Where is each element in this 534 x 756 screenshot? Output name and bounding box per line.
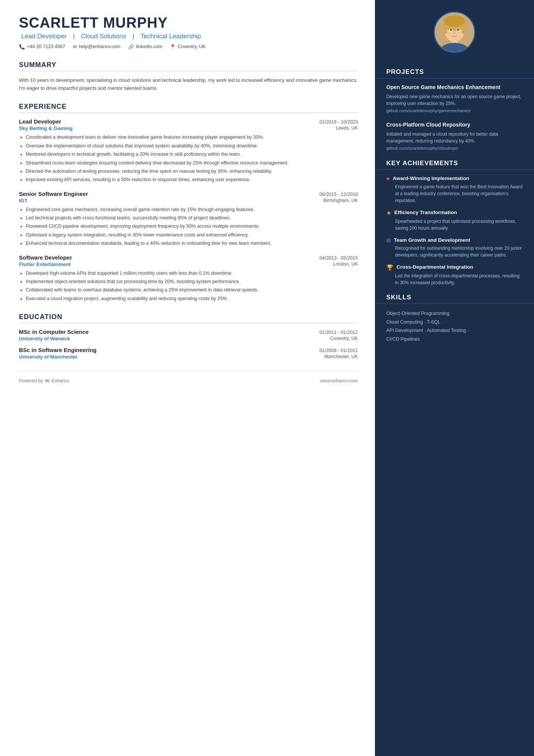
logo-text: Enhancv	[52, 378, 69, 383]
contact-email: ✉ help@enhancv.com	[73, 44, 120, 50]
title-separator-2: |	[133, 33, 136, 40]
skill-6: CI/CD Pipelines	[386, 337, 420, 342]
achievements-title: KEY ACHIEVEMENTS	[375, 160, 534, 170]
achievement-4-desc: Led the integration of cross-departmenta…	[386, 272, 523, 286]
project-1-desc: Developed new game mechanics for an open…	[386, 93, 523, 114]
job-3: Software Developer 04/2013 - 05/2015 Flu…	[19, 254, 358, 303]
list-item: Led technical projects with cross-functi…	[26, 214, 358, 222]
edu-2-location: Manchester, UK	[324, 354, 358, 360]
projects-title: PROJECTS	[375, 68, 534, 78]
summary-title: SUMMARY	[19, 61, 358, 71]
linkedin-icon: 🔗	[128, 44, 134, 50]
job-3-company: Flutter Entertainment	[19, 261, 71, 267]
list-item: Oversaw the implementation of cloud solu…	[26, 142, 358, 150]
achievement-3-title: Team Growth and Development	[394, 237, 470, 244]
title-part-2: Cloud Solutions	[81, 33, 126, 40]
job-1-location: Leeds, UK	[336, 125, 358, 131]
contact-row: 📞 +44 20 7123 4567 ✉ help@enhancv.com 🔗 …	[19, 44, 358, 50]
heart-icon: ♥	[386, 175, 390, 182]
enhancv-logo-symbol: ∞	[45, 377, 50, 385]
experience-title: EXPERIENCE	[19, 103, 358, 113]
job-2: Senior Software Engineer 06/2015 - 12/20…	[19, 191, 358, 247]
experience-section: EXPERIENCE Lead Developer 01/2019 - 10/2…	[19, 103, 358, 302]
edu-1-school: University of Warwick	[19, 336, 70, 341]
education-title: EDUCATION	[19, 313, 358, 323]
project-1-link: github.com/scarlettmurphy/gamemechanics	[386, 108, 470, 113]
skills-title: SKILLS	[375, 294, 534, 304]
title-part-3: Technical Leadership	[141, 33, 201, 40]
list-item: Directed the automation of testing proce…	[26, 168, 358, 175]
list-item: Engineered core game mechanics, increasi…	[26, 206, 358, 213]
project-2: Cross-Platform Cloud Repository Initiate…	[375, 121, 534, 152]
job-2-location: Birmingham, UK	[323, 198, 358, 203]
job-3-role: Software Developer	[19, 254, 72, 261]
location-icon: 📍	[170, 44, 176, 50]
header: SCARLETT MURPHY Lead Developer | Cloud S…	[19, 15, 358, 50]
list-item: Pioneered CI/CD pipeline development, im…	[26, 223, 358, 230]
star-icon: ★	[386, 210, 391, 216]
footer: Powered by ∞ Enhancv www.enhancv.com	[19, 371, 358, 385]
trophy-icon: 🏆	[386, 264, 393, 271]
candidate-title: Lead Developer | Cloud Solutions | Techn…	[19, 33, 358, 40]
list-item: Mentored developers in technical growth,…	[26, 151, 358, 158]
achievement-4-title: Cross-Departmental Integration	[397, 264, 473, 271]
footer-website: www.enhancv.com	[320, 378, 358, 383]
email-icon: ✉	[73, 44, 77, 50]
job-3-location: London, UK	[333, 261, 358, 267]
job-2-dates: 06/2015 - 12/2018	[320, 192, 358, 197]
achievement-4: 🏆 Cross-Departmental Integration Led the…	[375, 264, 534, 286]
job-1: Lead Developer 01/2019 - 10/2023 Sky Bet…	[19, 118, 358, 183]
edu-1: MSc in Computer Science 01/2011 - 01/201…	[19, 329, 358, 341]
job-1-dates: 01/2019 - 10/2023	[320, 119, 358, 125]
left-panel: SCARLETT MURPHY Lead Developer | Cloud S…	[0, 0, 375, 756]
email-text: help@enhancv.com	[79, 44, 120, 49]
summary-text: With 10 years in development, specialisi…	[19, 77, 358, 92]
growth-icon: ⊟	[386, 237, 391, 243]
contact-phone: 📞 +44 20 7123 4567	[19, 44, 65, 50]
achievement-3: ⊟ Team Growth and Development Recognised…	[375, 237, 534, 259]
footer-logo: Powered by ∞ Enhancv	[19, 377, 69, 385]
linkedin-text: linkedin.com	[136, 44, 162, 49]
achievement-1: ♥ Award-Winning Implementation Engineere…	[375, 175, 534, 204]
skill-4: API Development	[386, 328, 423, 333]
job-3-bullets: Developed high-volume APIs that supporte…	[19, 270, 358, 303]
job-1-company: Sky Betting & Gaming	[19, 125, 73, 131]
achievement-2: ★ Efficiency Transformation Spearheaded …	[375, 209, 534, 232]
education-section: EDUCATION MSc in Computer Science 01/201…	[19, 313, 358, 360]
location-text: Coventry, UK	[178, 44, 205, 49]
skills-text: Object-Oriented Programming · Cloud Comp…	[386, 309, 523, 343]
list-item: Optimised a legacy system integration, r…	[26, 232, 358, 239]
edu-1-location: Coventry, UK	[330, 336, 358, 341]
edu-1-degree: MSc in Computer Science	[19, 329, 89, 335]
skill-1: Object-Oriented Programming	[386, 311, 450, 316]
project-1-title: Open Source Game Mechanics Enhancement	[386, 84, 523, 91]
skill-2: Cloud Computing	[386, 319, 423, 325]
job-1-bullets: Coordinated a development team to delive…	[19, 134, 358, 183]
edu-1-dates: 01/2011 - 01/2012	[320, 330, 358, 335]
powered-by-text: Powered by	[19, 378, 43, 383]
title-separator-1: |	[73, 33, 77, 40]
right-panel: PROJECTS Open Source Game Mechanics Enha…	[375, 0, 534, 756]
svg-point-9	[457, 29, 459, 31]
achievement-3-desc: Recognised for outstanding mentorship in…	[386, 245, 523, 258]
list-item: Improved existing API services, resultin…	[26, 176, 358, 183]
svg-point-10	[453, 33, 456, 34]
skill-5: Automated Testing	[427, 328, 466, 333]
svg-point-5	[444, 16, 465, 27]
achievement-1-desc: Engineered a game feature that won the B…	[386, 183, 523, 204]
svg-point-8	[450, 29, 452, 31]
job-2-bullets: Engineered core game mechanics, increasi…	[19, 206, 358, 247]
achievement-1-title: Award-Winning Implementation	[393, 175, 469, 182]
contact-linkedin: 🔗 linkedin.com	[128, 44, 162, 50]
list-item: Coordinated a development team to delive…	[26, 134, 358, 141]
candidate-name: SCARLETT MURPHY	[19, 15, 358, 31]
phone-text: +44 20 7123 4567	[27, 44, 65, 49]
list-item: Enhanced technical documentation standar…	[26, 240, 358, 247]
list-item: Executed a cloud migration project, augm…	[26, 295, 358, 302]
project-2-title: Cross-Platform Cloud Repository	[386, 121, 523, 128]
job-1-role: Lead Developer	[19, 118, 61, 125]
job-3-dates: 04/2013 - 05/2015	[320, 255, 358, 261]
job-2-role: Senior Software Engineer	[19, 191, 88, 197]
project-1: Open Source Game Mechanics Enhancement D…	[375, 84, 534, 114]
project-2-link: github.com/scarlettmurphy/cloudrepo	[386, 146, 458, 150]
